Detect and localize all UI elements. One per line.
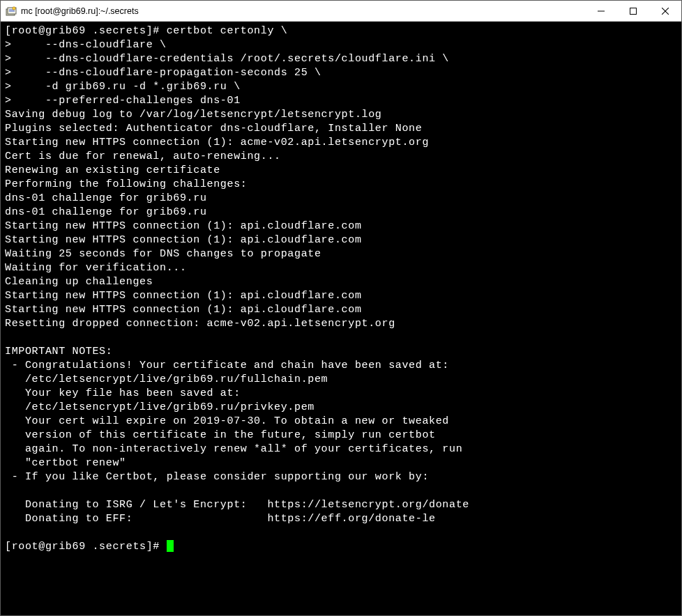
terminal-line: > --dns-cloudflare-propagation-seconds 2… bbox=[5, 66, 677, 80]
terminal-line: > --dns-cloudflare-credentials /root/.se… bbox=[5, 52, 677, 66]
terminal-line bbox=[5, 484, 677, 498]
terminal-line: Cert is due for renewal, auto-renewing..… bbox=[5, 150, 677, 164]
terminal-line: [root@grib69 .secrets]# certbot certonly… bbox=[5, 24, 677, 38]
window-controls bbox=[585, 1, 681, 21]
terminal-line: again. To non-interactively renew *all* … bbox=[5, 442, 677, 456]
terminal-line: /etc/letsencrypt/live/grib69.ru/fullchai… bbox=[5, 373, 677, 387]
terminal-line: Saving debug log to /var/log/letsencrypt… bbox=[5, 108, 677, 122]
terminal-line: Starting new HTTPS connection (1): api.c… bbox=[5, 220, 677, 233]
terminal-line: Your cert will expire on 2019-07-30. To … bbox=[5, 415, 677, 429]
terminal-line: Waiting 25 seconds for DNS changes to pr… bbox=[5, 247, 677, 261]
terminal-line: Donating to EFF: https://eff.org/donate-… bbox=[5, 512, 677, 526]
terminal-line: Resetting dropped connection: acme-v02.a… bbox=[5, 317, 677, 331]
terminal-line: Cleaning up challenges bbox=[5, 275, 677, 289]
terminal-line: version of this certificate in the futur… bbox=[5, 429, 677, 442]
terminal-line: Starting new HTTPS connection (1): api.c… bbox=[5, 289, 677, 303]
terminal-line: Your key file has been saved at: bbox=[5, 387, 677, 401]
app-icon bbox=[6, 6, 17, 17]
terminal-line bbox=[5, 526, 677, 540]
terminal-line: "certbot renew" bbox=[5, 456, 677, 470]
terminal-prompt[interactable]: [root@grib69 .secrets]# bbox=[5, 540, 677, 554]
terminal-line: dns-01 challenge for grib69.ru bbox=[5, 192, 677, 206]
minimize-icon bbox=[598, 8, 605, 15]
terminal-line bbox=[5, 331, 677, 345]
terminal-line: > --preferred-challenges dns-01 bbox=[5, 94, 677, 108]
svg-rect-6 bbox=[630, 8, 637, 14]
close-button[interactable] bbox=[649, 1, 681, 21]
titlebar[interactable]: mc [root@grib69.ru]:~/.secrets bbox=[1, 1, 681, 22]
terminal-line: Starting new HTTPS connection (1): api.c… bbox=[5, 233, 677, 247]
terminal-line: > --dns-cloudflare \ bbox=[5, 38, 677, 52]
minimize-button[interactable] bbox=[585, 1, 617, 21]
maximize-button[interactable] bbox=[617, 1, 649, 21]
terminal-line: Donating to ISRG / Let's Encrypt: https:… bbox=[5, 498, 677, 512]
terminal-area[interactable]: [root@grib69 .secrets]# certbot certonly… bbox=[1, 22, 681, 615]
terminal-line: Starting new HTTPS connection (1): api.c… bbox=[5, 303, 677, 317]
svg-point-4 bbox=[13, 6, 15, 9]
terminal-cursor bbox=[167, 540, 174, 552]
close-icon bbox=[662, 8, 669, 15]
maximize-icon bbox=[630, 8, 637, 15]
terminal-line: dns-01 challenge for grib69.ru bbox=[5, 206, 677, 220]
terminal-line: /etc/letsencrypt/live/grib69.ru/privkey.… bbox=[5, 401, 677, 415]
terminal-line: - Congratulations! Your certificate and … bbox=[5, 359, 677, 373]
terminal-line: IMPORTANT NOTES: bbox=[5, 345, 677, 359]
terminal-line: Plugins selected: Authenticator dns-clou… bbox=[5, 122, 677, 136]
app-window: mc [root@grib69.ru]:~/.secrets [root@gri… bbox=[0, 0, 682, 616]
window-title: mc [root@grib69.ru]:~/.secrets bbox=[21, 6, 585, 16]
terminal-line: Waiting for verification... bbox=[5, 261, 677, 275]
terminal-line: - If you like Certbot, please consider s… bbox=[5, 470, 677, 484]
terminal-line: > -d grib69.ru -d *.grib69.ru \ bbox=[5, 80, 677, 94]
terminal-line: Renewing an existing certificate bbox=[5, 164, 677, 178]
terminal-line: Starting new HTTPS connection (1): acme-… bbox=[5, 136, 677, 150]
prompt-text: [root@grib69 .secrets]# bbox=[5, 541, 167, 553]
terminal-line: Performing the following challenges: bbox=[5, 178, 677, 192]
